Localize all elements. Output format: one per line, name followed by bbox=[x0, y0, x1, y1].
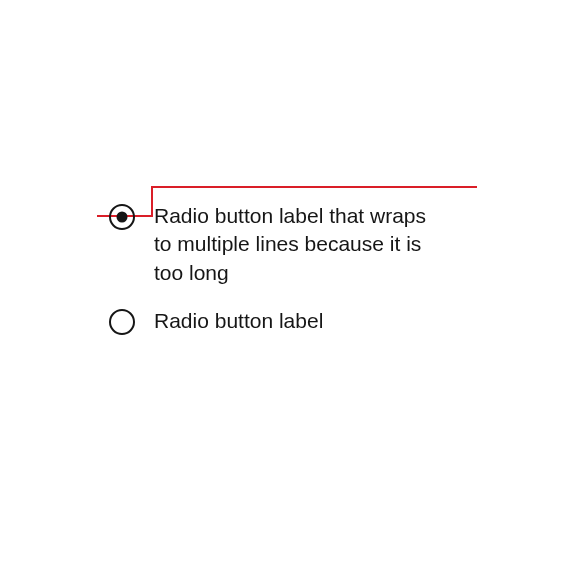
radio-option-2-label: Radio button label bbox=[154, 307, 323, 335]
radio-indicator-unselected-icon bbox=[108, 308, 136, 336]
radio-indicator-selected-icon bbox=[108, 203, 136, 231]
radio-option-1-label: Radio button label that wraps to multipl… bbox=[154, 202, 434, 287]
radio-group: Radio button label that wraps to multipl… bbox=[108, 202, 468, 356]
radio-option-2[interactable]: Radio button label bbox=[108, 307, 468, 336]
radio-option-1[interactable]: Radio button label that wraps to multipl… bbox=[108, 202, 468, 287]
svg-point-1 bbox=[117, 212, 128, 223]
svg-point-2 bbox=[110, 310, 134, 334]
